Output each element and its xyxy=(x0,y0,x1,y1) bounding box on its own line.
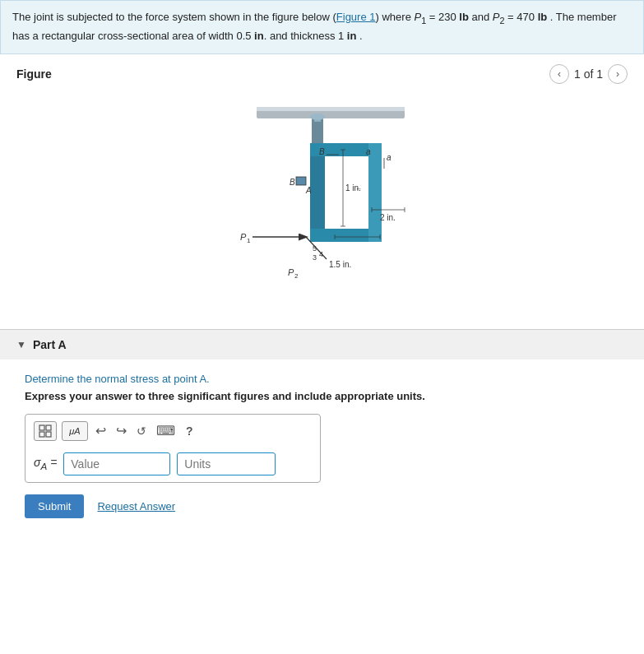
sigma-sub: A xyxy=(40,461,47,471)
part-a-instruction: Express your answer to three significant… xyxy=(25,390,619,402)
problem-statement: The joint is subjected to the force syst… xyxy=(0,0,644,54)
svg-rect-2 xyxy=(312,118,323,143)
part-a-section: ▼ Part A xyxy=(0,329,644,359)
svg-rect-42 xyxy=(39,432,44,437)
svg-rect-8 xyxy=(368,143,382,242)
part-a-question: Determine the normal stress at point A. xyxy=(25,373,619,385)
input-row: σA = xyxy=(34,452,312,475)
svg-text:1: 1 xyxy=(247,237,251,244)
svg-text:P: P xyxy=(240,232,247,242)
figure-title: Figure xyxy=(16,67,52,81)
svg-rect-5 xyxy=(310,143,325,242)
svg-text:a: a xyxy=(366,147,371,156)
svg-text:a: a xyxy=(387,153,391,162)
svg-text:B: B xyxy=(290,178,295,187)
svg-rect-7 xyxy=(310,229,376,242)
svg-text:3: 3 xyxy=(313,253,317,262)
svg-point-4 xyxy=(310,114,325,120)
figure-prev-button[interactable]: ‹ xyxy=(549,64,569,84)
figure-image-container: a a B B A 1 in. ← 2 in. P 1 xyxy=(16,90,628,321)
refresh-button[interactable]: ↺ xyxy=(134,423,149,439)
svg-rect-41 xyxy=(46,425,51,430)
svg-text:2: 2 xyxy=(294,272,299,280)
figure-nav: ‹ 1 of 1 › xyxy=(549,64,628,84)
svg-text:P: P xyxy=(288,267,294,277)
problem-text-after-link: ) where xyxy=(376,11,415,23)
value-input[interactable] xyxy=(63,452,170,475)
instruction-bold: Express your answer to three significant… xyxy=(25,390,425,402)
svg-text:A: A xyxy=(305,186,312,195)
part-a-content: Determine the normal stress at point A. … xyxy=(0,359,644,531)
svg-rect-43 xyxy=(46,432,51,437)
button-row: Submit Request Answer xyxy=(25,494,619,518)
svg-text:5: 5 xyxy=(313,244,317,253)
figure-section: Figure ‹ 1 of 1 › xyxy=(0,54,644,329)
svg-rect-14 xyxy=(296,177,306,185)
answer-toolbar: μΑ ↩ ↪ ↺ ⌨ ? xyxy=(34,421,312,446)
grid-icon[interactable] xyxy=(34,421,57,441)
undo-button[interactable]: ↩ xyxy=(93,421,109,440)
sigma-label: σA = xyxy=(34,456,57,471)
figure-header: Figure ‹ 1 of 1 › xyxy=(16,64,628,84)
figure-next-button[interactable]: › xyxy=(608,64,628,84)
svg-text:←: ← xyxy=(355,185,362,192)
keyboard-button[interactable]: ⌨ xyxy=(154,421,178,440)
answer-box: μΑ ↩ ↪ ↺ ⌨ ? σA = xyxy=(25,414,321,483)
svg-rect-1 xyxy=(257,107,405,111)
units-input[interactable] xyxy=(177,452,276,475)
svg-text:B: B xyxy=(319,147,325,156)
submit-button[interactable]: Submit xyxy=(25,494,84,518)
help-button[interactable]: ? xyxy=(183,423,197,439)
redo-button[interactable]: ↪ xyxy=(114,421,129,440)
part-a-arrow: ▼ xyxy=(16,339,26,350)
problem-text-before-link: The joint is subjected to the force syst… xyxy=(12,11,336,23)
figure-page-info: 1 of 1 xyxy=(574,67,603,81)
svg-rect-40 xyxy=(39,425,44,430)
svg-text:2 in.: 2 in. xyxy=(380,213,396,222)
request-answer-button[interactable]: Request Answer xyxy=(97,500,175,513)
svg-text:4: 4 xyxy=(319,250,323,258)
part-a-label: Part A xyxy=(33,338,67,351)
figure-svg: a a B B A 1 in. ← 2 in. P 1 xyxy=(207,99,438,313)
mu-button[interactable]: μΑ xyxy=(62,421,88,441)
figure-1-link[interactable]: Figure 1 xyxy=(336,11,376,23)
svg-text:1.5 in.: 1.5 in. xyxy=(329,260,351,269)
